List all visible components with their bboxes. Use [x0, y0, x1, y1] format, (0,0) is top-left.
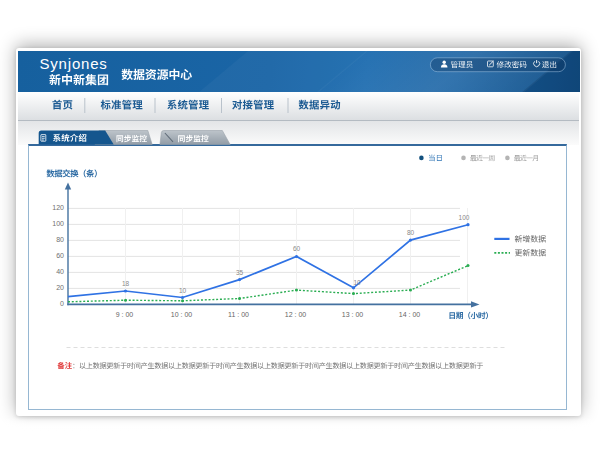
svg-text:20: 20 — [56, 284, 64, 291]
svg-text:9 : 00: 9 : 00 — [116, 311, 134, 318]
svg-text:60: 60 — [56, 252, 64, 259]
svg-text:80: 80 — [407, 229, 415, 236]
svg-text:12 : 00: 12 : 00 — [285, 311, 307, 318]
svg-text:18: 18 — [122, 280, 130, 287]
svg-text:Synjones: Synjones — [40, 55, 108, 72]
svg-text:14 : 00: 14 : 00 — [399, 311, 421, 318]
svg-text:0: 0 — [60, 300, 64, 307]
svg-text:80: 80 — [56, 236, 64, 243]
svg-text:11 : 00: 11 : 00 — [228, 311, 249, 318]
svg-text:60: 60 — [293, 245, 301, 252]
svg-text:13 : 00: 13 : 00 — [342, 311, 364, 318]
svg-text:120: 120 — [52, 204, 64, 211]
svg-text:100: 100 — [459, 214, 470, 221]
svg-text:40: 40 — [56, 268, 64, 275]
svg-text:10: 10 — [179, 287, 187, 294]
svg-text:100: 100 — [52, 220, 64, 227]
svg-text:10 : 00: 10 : 00 — [171, 311, 193, 318]
svg-text:10: 10 — [353, 279, 361, 286]
svg-text:35: 35 — [236, 269, 244, 276]
